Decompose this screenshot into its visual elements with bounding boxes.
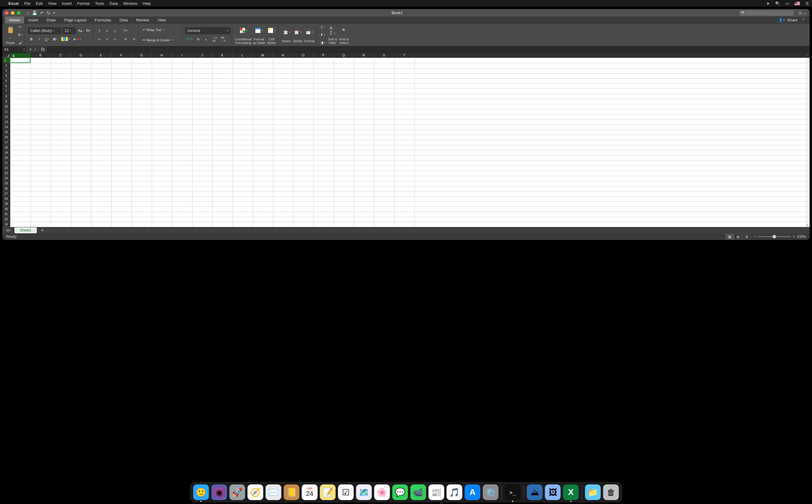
border-button[interactable]: ▦▾	[52, 36, 59, 43]
dock-app-terminal[interactable]: >_	[505, 484, 521, 500]
orientation-icon[interactable]: ⟳▾	[122, 27, 129, 34]
column-header-P[interactable]: P	[313, 53, 333, 58]
row-header-3[interactable]: 3	[2, 68, 10, 73]
qat-customize-icon[interactable]: ▾	[53, 11, 55, 14]
row-nav-dropdown[interactable]: ▸	[805, 223, 810, 227]
row-header-8[interactable]: 8	[2, 94, 10, 99]
row-header-11[interactable]: 11	[2, 109, 10, 114]
name-box[interactable]: A1 ▴▾	[2, 46, 27, 52]
formula-input[interactable]	[46, 46, 810, 52]
row-header-25[interactable]: 25	[2, 181, 10, 186]
row-header-12[interactable]: 12	[2, 114, 10, 119]
dock-app-downloads[interactable]: 📁	[585, 484, 601, 500]
insert-cells-button[interactable]: ▾	[281, 27, 291, 37]
comma-format-icon[interactable]: ❟	[203, 36, 209, 43]
cell-styles-button[interactable]: ▾	[266, 25, 276, 36]
row-header-18[interactable]: 18	[2, 145, 10, 150]
copy-icon[interactable]: ⧉ ▾	[17, 32, 24, 38]
column-header-E[interactable]: E	[91, 53, 111, 58]
dock-app-trash[interactable]: 🗑	[603, 484, 619, 500]
spotlight-icon[interactable]: 🔍	[775, 1, 780, 6]
row-header-5[interactable]: 5	[2, 78, 10, 83]
control-center-icon[interactable]: ☰	[805, 1, 809, 6]
dock-app-preferences[interactable]: ⚙️	[483, 484, 499, 500]
clear-icon[interactable]: ◨▾	[319, 39, 326, 46]
search-input[interactable]	[747, 11, 792, 15]
dock-app-photos[interactable]: 🌸	[374, 484, 390, 500]
align-bottom-icon[interactable]: ⭳	[112, 27, 118, 34]
column-header-I[interactable]: I	[172, 53, 192, 58]
view-page-layout-icon[interactable]: ▤	[734, 234, 742, 240]
sheet-nav-prev[interactable]: ◀	[5, 228, 8, 232]
dock-app-messages[interactable]: 💬	[392, 484, 408, 500]
menu-file[interactable]: File	[24, 1, 30, 6]
window-minimize[interactable]	[11, 11, 14, 15]
row-header-22[interactable]: 22	[2, 165, 10, 171]
dock-app-facetime[interactable]: 📹	[411, 484, 426, 500]
format-painter-icon[interactable]: 🖌	[17, 39, 24, 46]
column-nav-dropdown[interactable]: ▾	[805, 53, 810, 57]
row-header-13[interactable]: 13	[2, 119, 10, 124]
align-center-icon[interactable]: ≡	[104, 36, 110, 43]
accounting-format-icon[interactable]: 💲▾	[185, 36, 194, 43]
row-header-2[interactable]: 2	[2, 63, 10, 68]
row-header-27[interactable]: 27	[2, 191, 10, 196]
row-header-31[interactable]: 31	[2, 212, 10, 217]
align-left-icon[interactable]: ≡	[96, 36, 103, 43]
dock-app-reminders[interactable]: ☑︎	[338, 484, 354, 500]
zoom-out-button[interactable]: −	[754, 235, 756, 239]
input-flag-us[interactable]	[795, 2, 800, 5]
dock-app-contacts[interactable]: 📒	[284, 484, 299, 500]
menu-view[interactable]: View	[48, 1, 56, 6]
paste-button[interactable]	[5, 25, 16, 35]
feedback-icon[interactable]: ☺ ▾	[796, 10, 807, 16]
menu-format[interactable]: Format	[77, 1, 90, 6]
cut-icon[interactable]: ✂	[17, 24, 24, 30]
tab-formulas[interactable]: Formulas	[90, 17, 115, 24]
column-header-F[interactable]: F	[111, 53, 131, 58]
zoom-value[interactable]: 100%	[797, 235, 806, 239]
add-sheet-button[interactable]: +	[39, 228, 46, 233]
cursor-icon[interactable]: ➤	[766, 1, 770, 6]
conditional-formatting-button[interactable]: ▾	[238, 25, 248, 36]
row-header-1[interactable]: 1	[2, 58, 10, 63]
menu-help[interactable]: Help	[143, 1, 151, 6]
row-header-28[interactable]: 28	[2, 196, 10, 201]
increase-decimal-icon[interactable]: ←.0.00	[210, 36, 218, 43]
tab-page-layout[interactable]: Page Layout	[60, 17, 90, 24]
zoom-in-button[interactable]: +	[793, 235, 795, 239]
dock-app-safari[interactable]: 🧭	[248, 484, 263, 500]
menu-data[interactable]: Data	[109, 1, 118, 6]
dock-app-preview[interactable]: 🖼	[545, 484, 561, 500]
italic-button[interactable]: I	[36, 36, 43, 43]
menu-app-name[interactable]: Excel	[8, 1, 19, 6]
paste-dropdown[interactable]: ▾	[10, 36, 11, 39]
row-header-33[interactable]: 33	[2, 222, 10, 227]
tab-review[interactable]: Review	[132, 17, 153, 24]
column-header-T[interactable]: T	[394, 53, 415, 58]
tab-view[interactable]: View	[153, 17, 170, 24]
increase-indent-icon[interactable]: ⇥	[130, 36, 137, 43]
row-header-30[interactable]: 30	[2, 206, 10, 212]
dock-app-mail[interactable]: ✉️	[266, 484, 281, 500]
percent-format-icon[interactable]: %	[195, 36, 201, 43]
autosum-icon[interactable]: Σ▾	[319, 24, 326, 30]
dock-app-music[interactable]: 🎵	[447, 484, 463, 500]
qat-redo-icon[interactable]: ↻	[47, 11, 50, 15]
align-right-icon[interactable]: ≡	[112, 36, 118, 43]
menu-window[interactable]: Window	[123, 1, 137, 6]
fill-icon[interactable]: ⬇▾	[319, 32, 326, 38]
share-button[interactable]: 👤+ Share	[778, 18, 800, 22]
column-header-K[interactable]: K	[212, 53, 232, 58]
row-header-20[interactable]: 20	[2, 155, 10, 160]
view-normal-icon[interactable]: ▦	[725, 234, 734, 240]
dock-app-appstore[interactable]: A	[465, 484, 481, 500]
column-header-M[interactable]: M	[253, 53, 273, 58]
menu-insert[interactable]: Insert	[62, 1, 72, 6]
bold-button[interactable]: B	[28, 36, 35, 43]
tab-home[interactable]: Home	[5, 17, 24, 24]
dock-app-finder[interactable]: 🙂	[193, 484, 209, 500]
qat-save-icon[interactable]: 💾	[32, 11, 37, 15]
name-box-arrows[interactable]: ▴▾	[23, 46, 26, 52]
dock-app-maps[interactable]: 🗺️	[356, 484, 372, 500]
